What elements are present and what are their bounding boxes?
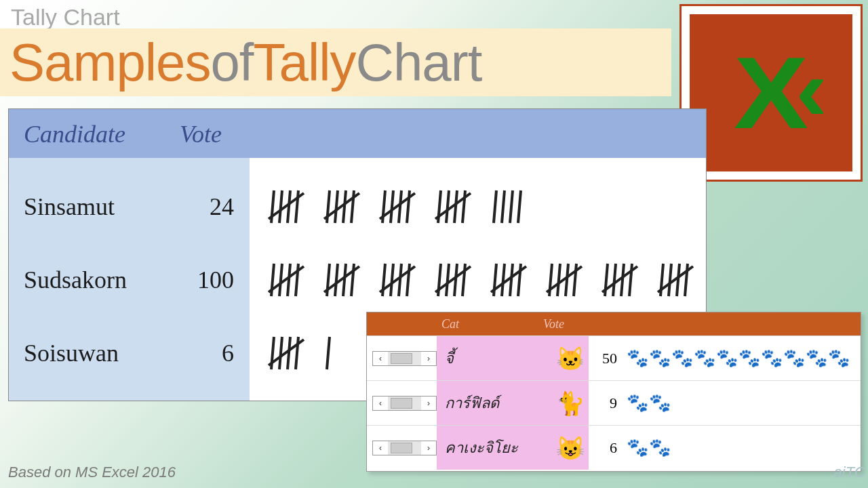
table-row: Soisuwan 6 xyxy=(24,317,250,390)
svg-line-35 xyxy=(391,264,393,296)
scroll-left-button[interactable]: ‹ xyxy=(373,396,388,410)
svg-line-46 xyxy=(510,264,513,296)
paw-icon: 🐾 xyxy=(649,437,671,458)
paw-tally: 🐾🐾 xyxy=(623,437,861,458)
svg-line-62 xyxy=(685,264,688,296)
candidate-name: Sinsamut xyxy=(24,192,173,221)
svg-line-13 xyxy=(407,190,410,223)
cat-name: การ์ฟิลด์ xyxy=(437,381,552,425)
svg-line-56 xyxy=(621,264,624,296)
svg-line-40 xyxy=(446,264,449,296)
cat-table-header: Cat Vote xyxy=(367,312,861,336)
scroll-thumb[interactable] xyxy=(391,353,412,364)
svg-line-16 xyxy=(446,190,449,223)
tally-group-five-icon xyxy=(267,186,305,227)
tally-group-five-icon xyxy=(434,186,472,227)
scroll-right-button[interactable]: › xyxy=(421,352,436,365)
horizontal-scroller[interactable]: ‹› xyxy=(372,396,437,411)
svg-line-67 xyxy=(296,337,298,369)
svg-line-41 xyxy=(454,264,457,296)
svg-line-60 xyxy=(669,264,671,296)
paw-icon: 🐾 xyxy=(671,348,693,369)
svg-line-65 xyxy=(279,337,282,369)
paw-icon: 🐾 xyxy=(649,392,671,413)
tally-group-five-icon xyxy=(378,260,416,300)
scroll-thumb[interactable] xyxy=(391,398,412,409)
subtitle: Tally Chart xyxy=(11,4,120,30)
scroll-left-button[interactable]: ‹ xyxy=(373,352,388,365)
svg-line-52 xyxy=(574,264,576,296)
svg-line-36 xyxy=(399,264,401,296)
svg-line-37 xyxy=(407,264,410,296)
paw-icon: 🐾 xyxy=(716,348,738,369)
horizontal-scroller[interactable]: ‹› xyxy=(372,441,437,455)
svg-line-23 xyxy=(518,190,521,223)
tally-group-five-icon xyxy=(656,260,694,300)
horizontal-scroller[interactable]: ‹› xyxy=(372,351,437,366)
paw-icon: 🐾 xyxy=(806,348,827,369)
svg-line-11 xyxy=(391,190,393,223)
svg-line-57 xyxy=(629,264,632,296)
svg-line-7 xyxy=(343,190,346,223)
cat-name: คาเงะจิโยะ xyxy=(437,426,552,470)
col-vote: Vote xyxy=(180,120,261,148)
svg-line-12 xyxy=(399,190,401,223)
svg-line-18 xyxy=(462,190,465,223)
paw-tally: 🐾🐾🐾🐾🐾🐾🐾🐾🐾🐾 xyxy=(623,348,861,369)
candidate-name: Sudsakorn xyxy=(24,266,173,294)
tally-group-five-icon xyxy=(267,333,305,373)
footer-right: aiTC xyxy=(834,464,865,481)
cat-vote: 6 xyxy=(589,439,623,457)
svg-line-66 xyxy=(288,337,290,369)
scroll-right-button[interactable]: › xyxy=(421,441,436,455)
candidate-table-header: Candidate Vote xyxy=(9,109,706,158)
table-row: Sudsakorn 100 xyxy=(24,243,250,317)
scroll-track[interactable] xyxy=(388,352,421,365)
page-title: Samples of Tally Chart xyxy=(0,28,671,96)
svg-line-27 xyxy=(296,264,298,296)
paw-icon: 🐾 xyxy=(761,348,783,369)
title-word-2: of xyxy=(210,32,253,94)
scroll-right-button[interactable]: › xyxy=(421,396,436,410)
col-candidate: Candidate xyxy=(24,120,180,148)
paw-icon: 🐾 xyxy=(783,348,805,369)
paw-icon: 🐾 xyxy=(627,392,648,413)
candidate-vote: 6 xyxy=(173,339,234,367)
paw-icon: 🐾 xyxy=(627,437,648,458)
svg-line-30 xyxy=(335,264,338,296)
svg-line-3 xyxy=(296,190,298,223)
cat-avatar-icon: 😺 xyxy=(552,426,589,470)
tally-group-five-icon xyxy=(323,186,361,227)
svg-line-69 xyxy=(327,337,330,369)
svg-line-50 xyxy=(557,264,560,296)
svg-line-25 xyxy=(279,264,282,296)
paw-tally: 🐾🐾 xyxy=(623,392,861,413)
footer-note: Based on MS Excel 2016 xyxy=(8,464,176,481)
cat-tally-chart: Cat Vote ‹›จี้🐱50🐾🐾🐾🐾🐾🐾🐾🐾🐾🐾‹›การ์ฟิลด์🐈9… xyxy=(366,312,861,472)
cat-vote: 9 xyxy=(589,394,623,412)
tally-marks-row xyxy=(267,243,706,317)
svg-line-22 xyxy=(510,190,513,223)
tally-group-remainder-icon xyxy=(490,186,528,227)
svg-line-21 xyxy=(502,190,505,223)
col-vote: Vote xyxy=(543,317,611,331)
scroll-thumb[interactable] xyxy=(391,443,412,453)
table-row: ‹›การ์ฟิลด์🐈9🐾🐾 xyxy=(367,380,861,425)
svg-line-26 xyxy=(288,264,290,296)
col-cat: Cat xyxy=(441,317,543,331)
svg-line-6 xyxy=(335,190,338,223)
svg-line-8 xyxy=(351,190,354,223)
scroll-track[interactable] xyxy=(388,396,421,410)
tally-group-five-icon xyxy=(267,260,305,300)
app-logo: X xyxy=(679,4,863,182)
tally-group-five-icon xyxy=(601,260,639,300)
table-row: ‹›จี้🐱50🐾🐾🐾🐾🐾🐾🐾🐾🐾🐾 xyxy=(367,336,861,380)
svg-line-32 xyxy=(351,264,354,296)
table-row: Sinsamut 24 xyxy=(24,170,250,243)
svg-line-1 xyxy=(279,190,282,223)
scroll-left-button[interactable]: ‹ xyxy=(373,441,388,455)
svg-line-2 xyxy=(288,190,290,223)
scroll-track[interactable] xyxy=(388,441,421,455)
tally-group-five-icon xyxy=(545,260,583,300)
excel-x-icon: X xyxy=(734,35,808,152)
